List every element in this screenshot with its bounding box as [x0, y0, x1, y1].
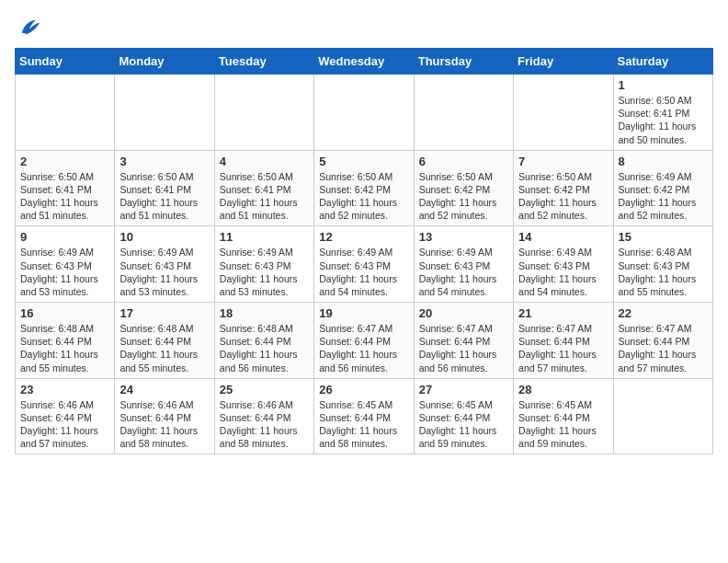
calendar-cell: 15Sunrise: 6:48 AM Sunset: 6:43 PM Dayli…	[613, 226, 712, 303]
day-info: Sunrise: 6:50 AM Sunset: 6:42 PM Dayligh…	[419, 170, 508, 223]
day-number: 24	[119, 383, 209, 396]
day-info: Sunrise: 6:46 AM Sunset: 6:44 PM Dayligh…	[20, 398, 109, 451]
day-number: 3	[119, 155, 209, 168]
calendar-table: SundayMondayTuesdayWednesdayThursdayFrid…	[15, 48, 713, 454]
day-number: 14	[518, 230, 608, 244]
day-info: Sunrise: 6:49 AM Sunset: 6:43 PM Dayligh…	[119, 246, 209, 298]
calendar-cell: 4Sunrise: 6:50 AM Sunset: 6:41 PM Daylig…	[214, 150, 313, 226]
calendar-cell: 25Sunrise: 6:46 AM Sunset: 6:44 PM Dayli…	[214, 378, 313, 454]
calendar-cell: 6Sunrise: 6:50 AM Sunset: 6:42 PM Daylig…	[414, 150, 513, 226]
day-info: Sunrise: 6:49 AM Sunset: 6:43 PM Dayligh…	[518, 246, 608, 298]
day-info: Sunrise: 6:48 AM Sunset: 6:44 PM Dayligh…	[220, 322, 309, 374]
day-info: Sunrise: 6:50 AM Sunset: 6:42 PM Dayligh…	[319, 170, 408, 223]
day-header-sunday: Sunday	[16, 49, 115, 75]
calendar-cell: 13Sunrise: 6:49 AM Sunset: 6:43 PM Dayli…	[414, 226, 513, 303]
day-info: Sunrise: 6:47 AM Sunset: 6:44 PM Dayligh…	[619, 322, 708, 374]
day-header-thursday: Thursday	[414, 49, 513, 75]
calendar-cell	[613, 378, 712, 454]
calendar-week-4: 16Sunrise: 6:48 AM Sunset: 6:44 PM Dayli…	[16, 303, 713, 379]
calendar-cell: 24Sunrise: 6:46 AM Sunset: 6:44 PM Dayli…	[115, 378, 214, 454]
calendar-cell	[115, 75, 214, 151]
day-number: 10	[119, 230, 209, 244]
day-number: 15	[619, 230, 708, 244]
calendar-cell	[16, 75, 115, 151]
calendar-week-3: 9Sunrise: 6:49 AM Sunset: 6:43 PM Daylig…	[16, 226, 713, 303]
day-number: 25	[220, 383, 309, 396]
day-info: Sunrise: 6:49 AM Sunset: 6:43 PM Dayligh…	[319, 246, 408, 298]
day-number: 7	[518, 155, 608, 168]
day-number: 9	[20, 230, 109, 244]
day-info: Sunrise: 6:49 AM Sunset: 6:43 PM Dayligh…	[220, 246, 309, 298]
day-number: 23	[20, 383, 109, 396]
day-header-tuesday: Tuesday	[214, 49, 313, 75]
day-number: 6	[419, 155, 508, 168]
day-info: Sunrise: 6:47 AM Sunset: 6:44 PM Dayligh…	[518, 322, 608, 374]
calendar-cell: 2Sunrise: 6:50 AM Sunset: 6:41 PM Daylig…	[16, 150, 115, 226]
day-info: Sunrise: 6:47 AM Sunset: 6:44 PM Dayligh…	[419, 322, 508, 374]
calendar-cell: 28Sunrise: 6:45 AM Sunset: 6:44 PM Dayli…	[514, 378, 613, 454]
day-info: Sunrise: 6:45 AM Sunset: 6:44 PM Dayligh…	[419, 398, 508, 451]
day-info: Sunrise: 6:50 AM Sunset: 6:41 PM Dayligh…	[619, 94, 708, 146]
day-number: 19	[319, 306, 408, 320]
day-info: Sunrise: 6:49 AM Sunset: 6:43 PM Dayligh…	[20, 246, 109, 298]
calendar-cell: 14Sunrise: 6:49 AM Sunset: 6:43 PM Dayli…	[514, 226, 613, 303]
calendar-cell: 5Sunrise: 6:50 AM Sunset: 6:42 PM Daylig…	[314, 150, 414, 226]
day-header-friday: Friday	[514, 49, 613, 75]
calendar-week-5: 23Sunrise: 6:46 AM Sunset: 6:44 PM Dayli…	[16, 378, 713, 454]
calendar-week-2: 2Sunrise: 6:50 AM Sunset: 6:41 PM Daylig…	[16, 150, 713, 226]
calendar-cell	[414, 75, 513, 151]
calendar-cell: 7Sunrise: 6:50 AM Sunset: 6:42 PM Daylig…	[514, 150, 613, 226]
calendar-cell: 21Sunrise: 6:47 AM Sunset: 6:44 PM Dayli…	[514, 303, 613, 379]
day-info: Sunrise: 6:50 AM Sunset: 6:41 PM Dayligh…	[20, 170, 109, 223]
day-info: Sunrise: 6:47 AM Sunset: 6:44 PM Dayligh…	[319, 322, 408, 374]
calendar-cell: 26Sunrise: 6:45 AM Sunset: 6:44 PM Dayli…	[314, 378, 414, 454]
calendar-cell	[514, 75, 613, 151]
day-number: 18	[220, 306, 309, 320]
calendar-header-row: SundayMondayTuesdayWednesdayThursdayFrid…	[16, 49, 713, 75]
calendar-cell: 3Sunrise: 6:50 AM Sunset: 6:41 PM Daylig…	[115, 150, 214, 226]
day-number: 26	[319, 383, 408, 396]
day-number: 8	[619, 155, 708, 168]
day-header-saturday: Saturday	[613, 49, 712, 75]
day-number: 13	[419, 230, 508, 244]
day-info: Sunrise: 6:49 AM Sunset: 6:42 PM Dayligh…	[619, 170, 708, 223]
calendar-cell: 22Sunrise: 6:47 AM Sunset: 6:44 PM Dayli…	[613, 303, 712, 379]
day-number: 28	[518, 383, 608, 396]
day-info: Sunrise: 6:49 AM Sunset: 6:43 PM Dayligh…	[419, 246, 508, 298]
day-info: Sunrise: 6:45 AM Sunset: 6:44 PM Dayligh…	[319, 398, 408, 451]
day-number: 4	[220, 155, 309, 168]
day-number: 16	[20, 306, 109, 320]
day-info: Sunrise: 6:50 AM Sunset: 6:41 PM Dayligh…	[220, 170, 309, 223]
calendar-cell: 23Sunrise: 6:46 AM Sunset: 6:44 PM Dayli…	[16, 378, 115, 454]
day-number: 17	[119, 306, 209, 320]
calendar-cell: 16Sunrise: 6:48 AM Sunset: 6:44 PM Dayli…	[16, 303, 115, 379]
calendar-week-1: 1Sunrise: 6:50 AM Sunset: 6:41 PM Daylig…	[16, 75, 713, 151]
calendar-cell: 10Sunrise: 6:49 AM Sunset: 6:43 PM Dayli…	[115, 226, 214, 303]
day-info: Sunrise: 6:48 AM Sunset: 6:44 PM Dayligh…	[20, 322, 109, 374]
day-info: Sunrise: 6:45 AM Sunset: 6:44 PM Dayligh…	[518, 398, 608, 451]
day-number: 11	[220, 230, 309, 244]
day-info: Sunrise: 6:50 AM Sunset: 6:42 PM Dayligh…	[518, 170, 608, 223]
day-info: Sunrise: 6:46 AM Sunset: 6:44 PM Dayligh…	[220, 398, 309, 451]
day-number: 12	[319, 230, 408, 244]
calendar-cell	[214, 75, 313, 151]
day-number: 5	[319, 155, 408, 168]
logo	[15, 15, 42, 40]
day-info: Sunrise: 6:50 AM Sunset: 6:41 PM Dayligh…	[119, 170, 209, 223]
day-number: 20	[419, 306, 508, 320]
calendar-cell: 18Sunrise: 6:48 AM Sunset: 6:44 PM Dayli…	[214, 303, 313, 379]
calendar-cell: 20Sunrise: 6:47 AM Sunset: 6:44 PM Dayli…	[414, 303, 513, 379]
day-number: 1	[619, 78, 708, 92]
calendar-cell: 11Sunrise: 6:49 AM Sunset: 6:43 PM Dayli…	[214, 226, 313, 303]
calendar-cell: 19Sunrise: 6:47 AM Sunset: 6:44 PM Dayli…	[314, 303, 414, 379]
day-info: Sunrise: 6:46 AM Sunset: 6:44 PM Dayligh…	[119, 398, 209, 451]
calendar-cell: 1Sunrise: 6:50 AM Sunset: 6:41 PM Daylig…	[613, 75, 712, 151]
day-header-monday: Monday	[115, 49, 214, 75]
page-header	[15, 15, 713, 40]
day-number: 22	[619, 306, 708, 320]
calendar-cell: 8Sunrise: 6:49 AM Sunset: 6:42 PM Daylig…	[613, 150, 712, 226]
calendar-cell	[314, 75, 414, 151]
calendar-cell: 9Sunrise: 6:49 AM Sunset: 6:43 PM Daylig…	[16, 226, 115, 303]
day-number: 21	[518, 306, 608, 320]
day-info: Sunrise: 6:48 AM Sunset: 6:44 PM Dayligh…	[119, 322, 209, 374]
